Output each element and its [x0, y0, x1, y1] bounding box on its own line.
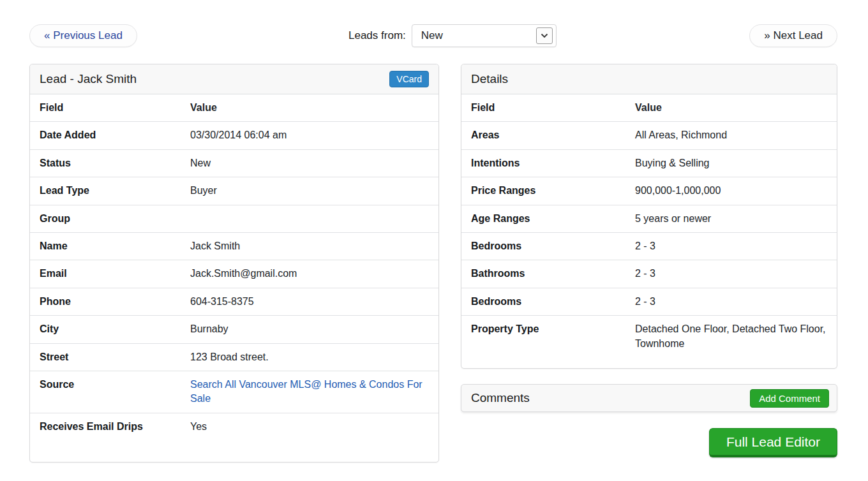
- column-header-value: Value: [190, 101, 429, 115]
- field-value: Burnaby: [190, 322, 429, 336]
- field-label: Status: [40, 156, 190, 170]
- field-value: 2 - 3: [635, 295, 827, 309]
- full-lead-editor-button[interactable]: Full Lead Editor: [709, 428, 837, 457]
- field-value: Jack Smith: [190, 239, 429, 253]
- field-label: Receives Email Drips: [40, 420, 190, 434]
- field-label: Price Ranges: [471, 184, 635, 198]
- table-row: Bathrooms 2 - 3: [461, 260, 837, 287]
- field-label: Email: [40, 267, 190, 281]
- vcard-button[interactable]: VCard: [389, 71, 429, 87]
- field-value: 5 years or newer: [635, 212, 827, 226]
- field-label: Phone: [40, 295, 190, 309]
- table-row: City Burnaby: [30, 315, 438, 343]
- lead-panel-header: Lead - Jack Smith VCard: [30, 64, 438, 94]
- table-row: Source Search All Vancouver MLS@ Homes &…: [30, 371, 438, 413]
- field-label: Bedrooms: [471, 239, 635, 253]
- leads-filter-select[interactable]: New: [412, 24, 557, 47]
- field-value: Yes: [190, 420, 429, 434]
- table-row: Price Ranges 900,000-1,000,000: [461, 177, 837, 204]
- table-row: Street 123 Broad street.: [30, 343, 438, 371]
- field-label: Bedrooms: [471, 295, 635, 309]
- field-label: City: [40, 322, 190, 336]
- field-label: Areas: [471, 128, 635, 142]
- field-label: Name: [40, 239, 190, 253]
- lead-panel-title: Lead - Jack Smith: [40, 72, 137, 86]
- field-value: 2 - 3: [635, 239, 827, 253]
- table-row: Receives Email Drips Yes: [30, 413, 438, 462]
- field-label: Date Added: [40, 128, 190, 142]
- details-table-header-row: Field Value: [461, 94, 837, 121]
- table-row: Bedrooms 2 - 3: [461, 232, 837, 260]
- field-value: Buying & Selling: [635, 156, 827, 170]
- details-panel-header: Details: [461, 64, 837, 94]
- add-comment-button[interactable]: Add Comment: [750, 389, 829, 408]
- next-lead-button[interactable]: » Next Lead: [749, 24, 837, 47]
- table-row: Phone 604-315-8375: [30, 288, 438, 315]
- table-row: Areas All Areas, Richmond: [461, 121, 837, 149]
- column-header-field: Field: [471, 101, 635, 115]
- field-label: Lead Type: [40, 184, 190, 198]
- field-value: 123 Broad street.: [190, 350, 429, 364]
- table-row: Property Type Detached One Floor, Detach…: [461, 315, 837, 368]
- comments-panel: Comments Add Comment: [461, 384, 837, 412]
- field-label: Source: [40, 378, 190, 392]
- table-row: Intentions Buying & Selling: [461, 149, 837, 177]
- field-label: Age Ranges: [471, 212, 635, 226]
- previous-lead-button[interactable]: « Previous Lead: [29, 24, 137, 47]
- leads-from-label: Leads from:: [348, 29, 406, 42]
- field-label: Property Type: [471, 322, 635, 336]
- leads-filter-selected-value: New: [421, 29, 443, 42]
- column-header-value: Value: [635, 101, 827, 115]
- field-value: 900,000-1,000,000: [635, 184, 827, 198]
- comments-title: Comments: [471, 391, 530, 405]
- table-row: Date Added 03/30/2014 06:04 am: [30, 121, 438, 149]
- table-row: Lead Type Buyer: [30, 177, 438, 204]
- field-value: Detached One Floor, Detached Two Floor, …: [635, 322, 827, 351]
- table-row: Email Jack.Smith@gmail.com: [30, 260, 438, 287]
- table-row: Age Ranges 5 years or newer: [461, 205, 837, 232]
- editor-action-row: Full Lead Editor: [461, 428, 837, 457]
- field-value: Buyer: [190, 184, 429, 198]
- field-value: Jack.Smith@gmail.com: [190, 267, 429, 281]
- field-value: 604-315-8375: [190, 295, 429, 309]
- field-label: Street: [40, 350, 190, 364]
- column-header-field: Field: [40, 101, 190, 115]
- field-value: All Areas, Richmond: [635, 128, 827, 142]
- field-label: Intentions: [471, 156, 635, 170]
- field-label: Bathrooms: [471, 267, 635, 281]
- lead-table-header-row: Field Value: [30, 94, 438, 121]
- table-row: Status New: [30, 149, 438, 177]
- field-value: 03/30/2014 06:04 am: [190, 128, 429, 142]
- main-content: Lead - Jack Smith VCard Field Value Date…: [29, 64, 837, 463]
- details-panel: Details Field Value Areas All Areas, Ric…: [461, 64, 837, 369]
- field-value: New: [190, 156, 429, 170]
- leads-filter-group: Leads from: New: [348, 24, 557, 47]
- chevron-down-icon[interactable]: [536, 27, 553, 44]
- source-link[interactable]: Search All Vancouver MLS@ Homes & Condos…: [190, 378, 429, 406]
- topbar: « Previous Lead Leads from: New » Next L…: [29, 24, 837, 47]
- right-column: Details Field Value Areas All Areas, Ric…: [461, 64, 837, 457]
- field-label: Group: [40, 212, 190, 226]
- table-row: Name Jack Smith: [30, 232, 438, 260]
- lead-panel: Lead - Jack Smith VCard Field Value Date…: [29, 64, 439, 463]
- field-value: 2 - 3: [635, 267, 827, 281]
- details-panel-title: Details: [471, 72, 508, 86]
- table-row: Bedrooms 2 - 3: [461, 288, 837, 315]
- table-row: Group: [30, 205, 438, 232]
